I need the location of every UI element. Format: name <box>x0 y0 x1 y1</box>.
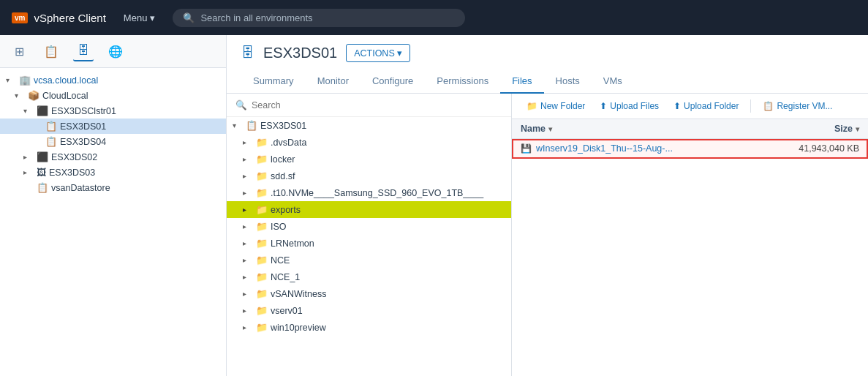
sidebar-item-vsandatastore[interactable]: 📋 vsanDatastore <box>0 180 226 195</box>
file-tree-item-vsanwitness[interactable]: ▸ 📁 vSANWitness <box>227 285 511 302</box>
content-area: 🗄 ESX3DS01 ACTIONS ▾ Summary Monitor Con… <box>227 35 868 376</box>
main-container: ⊞ 📋 🗄 🌐 ▾ 🏢 vcsa.cloud.local ▾ 📦 CloudLo… <box>0 35 868 376</box>
tab-configure[interactable]: Configure <box>361 69 425 94</box>
tab-monitor[interactable]: Monitor <box>306 69 361 94</box>
vsandatastore-label: vsanDatastore <box>51 183 110 193</box>
file-search-bar[interactable]: 🔍 <box>227 94 511 117</box>
name-sort-icon: ▾ <box>548 125 552 133</box>
sidebar-item-esx3ds03[interactable]: ▸ 🖼 ESX3DS03 <box>0 165 226 180</box>
file-name-cell: 💾 wInserv19_Disk1_Thu--15-Aug-... <box>521 143 771 154</box>
chevron-icon: ▸ <box>243 307 253 315</box>
menu-button[interactable]: Menu ▾ <box>118 10 162 26</box>
sidebar-icon-globe[interactable]: 🌐 <box>105 41 126 61</box>
file-tree-item-nce1[interactable]: ▸ 📁 NCE_1 <box>227 268 511 285</box>
sidebar-icon-database[interactable]: 🗄 <box>73 41 94 61</box>
table-row[interactable]: 💾 wInserv19_Disk1_Thu--15-Aug-... 41,943… <box>512 139 868 159</box>
file-tree-label-iso: ISO <box>271 222 287 232</box>
file-tree-label-esx3ds01: ESX3DS01 <box>260 121 306 131</box>
sidebar-item-esx3ds01[interactable]: 📋 ESX3DS01 <box>0 119 226 134</box>
new-folder-label: New Folder <box>540 101 585 111</box>
sidebar-icon-bar: ⊞ 📋 🗄 🌐 <box>0 35 226 68</box>
file-toolbar: 📁 New Folder ⬆ Upload Files ⬆ Upload Fol… <box>512 94 868 119</box>
new-folder-icon: 📁 <box>527 101 537 111</box>
datastore-header-icon: 🗄 <box>241 45 254 61</box>
file-tree-item-lrnetmon[interactable]: ▸ 📁 LRNetmon <box>227 235 511 252</box>
esx3ds02-label: ESX3DS02 <box>51 152 97 162</box>
file-tree-label-t10nvme: .t10.NVMe____Samsung_SSD_960_EVO_1TB____ <box>271 188 483 198</box>
tab-files[interactable]: Files <box>500 69 543 94</box>
datastore-icon: 📋 <box>45 136 57 147</box>
sidebar-item-esx3ds02[interactable]: ▸ ⬛ ESX3DS02 <box>0 149 226 165</box>
file-tree-item-locker[interactable]: ▸ 📁 locker <box>227 151 511 168</box>
chevron-icon: ▸ <box>243 256 253 264</box>
chevron-icon: ▸ <box>23 168 34 176</box>
actions-chevron-icon: ▾ <box>397 48 402 59</box>
folder-icon: 📁 <box>256 187 268 198</box>
cluster-icon: ⬛ <box>37 105 48 116</box>
global-search[interactable]: 🔍 Search in all environments <box>173 9 465 27</box>
chevron-icon: ▾ <box>23 107 34 115</box>
file-tree-label-exports: exports <box>271 205 301 215</box>
chevron-icon: ▾ <box>6 76 16 84</box>
file-size-cell: 41,943,040 KB <box>771 143 859 154</box>
vcsa-icon: 🏢 <box>19 75 31 86</box>
datastore-icon: 📋 <box>45 121 57 132</box>
vm-icon: vm <box>12 12 28 23</box>
file-tree-item-sdd[interactable]: ▸ 📁 sdd.sf <box>227 168 511 184</box>
sidebar: ⊞ 📋 🗄 🌐 ▾ 🏢 vcsa.cloud.local ▾ 📦 CloudLo… <box>0 35 227 376</box>
file-tree-label-dvsdata: .dvsData <box>271 138 306 148</box>
file-tree-item-iso[interactable]: ▸ 📁 ISO <box>227 218 511 235</box>
search-placeholder: Search in all environments <box>200 12 312 23</box>
chevron-icon: ▸ <box>243 138 253 146</box>
tab-permissions[interactable]: Permissions <box>425 69 500 94</box>
tab-hosts[interactable]: Hosts <box>544 69 592 94</box>
size-sort-icon: ▾ <box>856 125 859 133</box>
tab-vms[interactable]: VMs <box>592 69 634 94</box>
file-tree-item-t10nvme[interactable]: ▸ 📁 .t10.NVMe____Samsung_SSD_960_EVO_1TB… <box>227 184 511 201</box>
folder-icon: 📁 <box>256 255 268 266</box>
sidebar-item-esx3dsclstr01[interactable]: ▾ ⬛ ESX3DSClstr01 <box>0 103 226 119</box>
new-folder-button[interactable]: 📁 New Folder <box>521 98 591 114</box>
actions-button[interactable]: ACTIONS ▾ <box>346 44 410 62</box>
col-name-header[interactable]: Name ▾ <box>521 124 771 134</box>
sidebar-item-vcsa[interactable]: ▾ 🏢 vcsa.cloud.local <box>0 72 226 88</box>
vmdk-icon: 💾 <box>521 143 532 154</box>
esx3ds04-label: ESX3DS04 <box>60 137 106 147</box>
folder-icon: 📁 <box>256 154 268 165</box>
file-table-header: Name ▾ Size ▾ <box>512 119 868 139</box>
sidebar-icon-home[interactable]: ⊞ <box>9 41 29 61</box>
file-search-input[interactable] <box>252 100 502 110</box>
chevron-icon: ▸ <box>243 323 253 331</box>
file-tree-item-esx3ds01[interactable]: ▾ 📋 ESX3DS01 <box>227 117 511 134</box>
folder-icon: 📁 <box>256 238 268 249</box>
datastore-icon: 🖼 <box>37 167 46 178</box>
file-tree-item-dvsdata[interactable]: ▸ 📁 .dvsData <box>227 134 511 151</box>
col-size-header[interactable]: Size ▾ <box>771 124 859 134</box>
file-tree-item-vserv01[interactable]: ▸ 📁 vserv01 <box>227 302 511 319</box>
actions-label: ACTIONS <box>354 48 395 59</box>
sidebar-item-cloudlocal[interactable]: ▾ 📦 CloudLocal <box>0 88 226 103</box>
chevron-icon: ▸ <box>243 273 253 281</box>
folder-icon: 📁 <box>256 137 268 148</box>
file-tree-label-win10preview: win10preview <box>271 323 326 333</box>
upload-folder-label: Upload Folder <box>684 101 739 111</box>
chevron-icon: ▾ <box>15 91 25 99</box>
sidebar-item-esx3ds04[interactable]: 📋 ESX3DS04 <box>0 134 226 149</box>
file-tree-item-exports[interactable]: ▸ 📁 exports <box>227 201 511 218</box>
upload-files-button[interactable]: ⬆ Upload Files <box>594 98 665 114</box>
sidebar-icon-file[interactable]: 📋 <box>41 41 61 61</box>
file-tree-item-nce[interactable]: ▸ 📁 NCE <box>227 252 511 268</box>
cloudlocal-icon: 📦 <box>28 90 39 101</box>
chevron-icon: ▸ <box>243 290 253 298</box>
tab-summary[interactable]: Summary <box>241 69 306 94</box>
folder-icon: 📁 <box>256 204 268 215</box>
file-tree-item-win10preview[interactable]: ▸ 📁 win10preview <box>227 319 511 336</box>
datastore-file-icon: 📋 <box>246 120 257 131</box>
datastore-icon: 📋 <box>37 182 48 193</box>
register-vm-button[interactable]: 📋 Register VM... <box>757 98 838 114</box>
folder-icon: 📁 <box>256 221 268 232</box>
file-size: 41,943,040 KB <box>799 143 859 154</box>
chevron-icon: ▸ <box>243 239 253 247</box>
folder-icon: 📁 <box>256 271 268 282</box>
upload-folder-button[interactable]: ⬆ Upload Folder <box>668 98 744 114</box>
